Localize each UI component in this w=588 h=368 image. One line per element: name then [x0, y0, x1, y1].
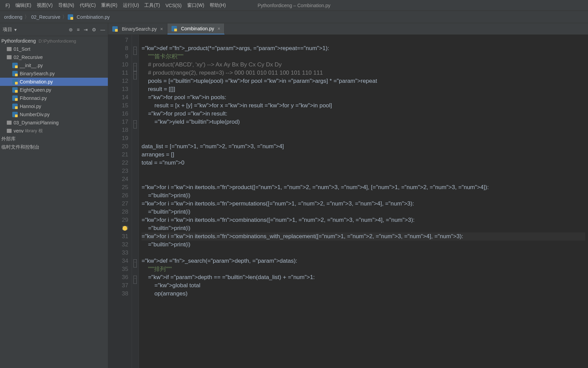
menu-refactor[interactable]: 重构(R) [98, 2, 120, 9]
code-content[interactable]: ="kw">def ="fn">_product(*="param">args,… [139, 35, 588, 368]
folder-icon [7, 121, 12, 125]
breadcrumb-root[interactable]: ordiceng [3, 14, 24, 20]
folder-icon [7, 55, 12, 59]
tab-combination[interactable]: Combination.py × [167, 24, 225, 34]
python-file-icon [12, 63, 18, 68]
tab-binarysearch[interactable]: BinarySearch.py × [108, 24, 167, 34]
code-editor[interactable]: 7891011121314151617181920212223242526272… [108, 35, 588, 368]
folder-02-recursive[interactable]: 02_Recursive [0, 53, 108, 61]
python-file-icon [12, 104, 18, 109]
file-numberdiv[interactable]: NumberDiv.py [0, 110, 108, 119]
close-icon[interactable]: × [217, 26, 220, 31]
dropdown-icon[interactable]: ▾ [14, 27, 17, 32]
locate-icon[interactable]: ⊚ [69, 27, 73, 32]
menu-code[interactable]: 代码(C) [77, 2, 98, 9]
external-libraries[interactable]: 外部库 [0, 135, 108, 143]
python-file-icon [68, 14, 73, 20]
folder-icon [7, 47, 12, 51]
gear-icon[interactable]: ⚙ [92, 27, 96, 32]
project-label: 项目 [3, 27, 12, 33]
menu-window[interactable]: 窗口(W) [184, 2, 207, 9]
folder-01-sort[interactable]: 01_Sort [0, 45, 108, 53]
python-file-icon [12, 79, 18, 85]
file-eightqueen[interactable]: EightQueen.py [0, 86, 108, 94]
python-file-icon [172, 26, 177, 31]
file-init[interactable]: __init__.py [0, 61, 108, 70]
close-icon[interactable]: × [160, 26, 163, 32]
collapse-all-icon[interactable]: ⇥ [84, 27, 88, 32]
editor-tabs: BinarySearch.py × Combination.py × [108, 23, 588, 35]
menu-help[interactable]: 帮助(H) [207, 2, 228, 9]
project-root[interactable]: Pythonfordiceng D:\Pythonfordiceng [0, 37, 108, 45]
fold-gutter[interactable] [132, 35, 139, 368]
file-combination[interactable]: Combination.py [0, 78, 108, 86]
folder-03-dynamic[interactable]: 03_DynamicPlanning [0, 119, 108, 127]
hide-icon[interactable]: — [100, 27, 105, 32]
breadcrumb-folder[interactable]: 02_Recursive [30, 14, 62, 20]
python-file-icon [12, 112, 18, 117]
menu-tools[interactable]: 工具(T) [142, 2, 163, 9]
file-binarysearch[interactable]: BinarySearch.py [0, 70, 108, 78]
folder-icon [7, 129, 12, 133]
project-tool-window: 项目 ▾ ⊚ ≡ ⇥ ⚙ — Pythonfordiceng D:\Python… [0, 23, 108, 368]
window-title: Pythonfordiceng – Combination.py [258, 3, 330, 8]
python-file-icon [12, 87, 18, 93]
menu-bar: F) 编辑(E) 视图(V) 导航(N) 代码(C) 重构(R) 运行(U) 工… [0, 0, 588, 11]
menu-navigate[interactable]: 导航(N) [55, 2, 77, 9]
breadcrumb-sep: 〉 [24, 14, 30, 20]
scratches-consoles[interactable]: 临时文件和控制台 [0, 143, 108, 151]
folder-venv[interactable]: venvlibrary 根 [0, 127, 108, 135]
project-header: 项目 ▾ ⊚ ≡ ⇥ ⚙ — [0, 23, 108, 36]
line-number-gutter[interactable]: 7891011121314151617181920212223242526272… [108, 35, 132, 368]
menu-file[interactable]: F) [3, 3, 13, 8]
menu-view[interactable]: 视图(V) [34, 2, 55, 9]
python-file-icon [12, 95, 18, 101]
menu-vcs[interactable]: VCS(S) [163, 3, 184, 8]
breadcrumb: ordiceng 〉 02_Recursive 〉 Combination.py [0, 11, 588, 23]
project-tree[interactable]: Pythonfordiceng D:\Pythonfordiceng 01_So… [0, 36, 108, 152]
file-hannoi[interactable]: Hannoi.py [0, 102, 108, 110]
menu-edit[interactable]: 编辑(E) [13, 2, 34, 9]
python-file-icon [112, 26, 118, 32]
file-fibonnaci[interactable]: Fibonnaci.py [0, 94, 108, 102]
expand-all-icon[interactable]: ≡ [77, 27, 80, 32]
breadcrumb-file[interactable]: Combination.py [75, 14, 111, 20]
editor-area: BinarySearch.py × Combination.py × 78910… [108, 23, 588, 368]
python-file-icon [12, 71, 18, 76]
breadcrumb-sep: 〉 [62, 14, 68, 20]
intention-bulb-icon[interactable] [122, 226, 127, 231]
menu-run[interactable]: 运行(U) [120, 2, 142, 9]
